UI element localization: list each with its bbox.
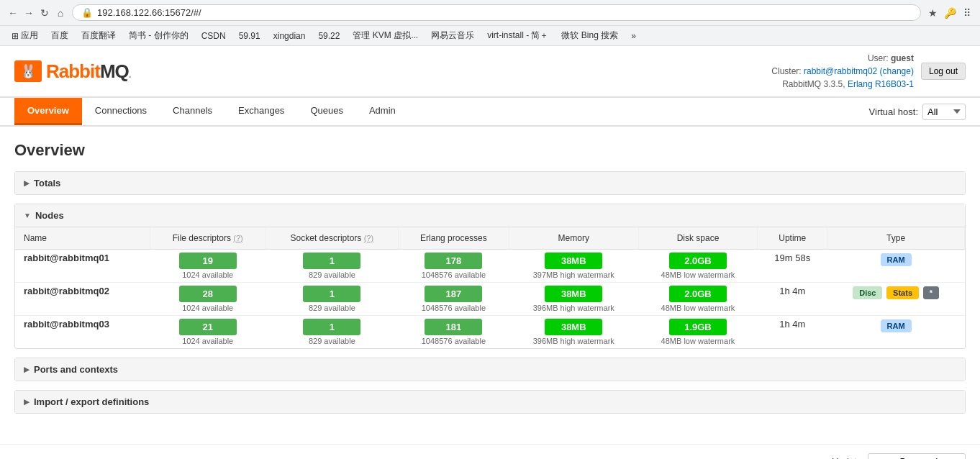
node-memory-1: 38MB 397MB high watermark	[509, 250, 638, 283]
node-name-2: rabbit@rabbitmq02	[15, 283, 150, 316]
ram-badge-3[interactable]: RAM	[881, 319, 912, 332]
bookmark-star-button[interactable]: ★	[927, 7, 938, 19]
bookmark-apps[interactable]: ⊞ 应用	[7, 28, 42, 43]
bookmark-bing[interactable]: 微软 Bing 搜索	[557, 28, 622, 43]
file-desc-help[interactable]: (?)	[233, 234, 242, 242]
nodes-table: Name File descriptors (?) Socket descrip…	[15, 227, 965, 348]
section-import-export: ▶ Import / export definitions	[14, 390, 966, 414]
reload-button[interactable]: ↻	[39, 7, 50, 19]
node-file-desc-2: 28 1024 available	[150, 283, 266, 316]
chrome-menu-button[interactable]: ⠿	[961, 7, 973, 19]
ram-badge-1[interactable]: RAM	[881, 253, 912, 266]
address-text: 192.168.122.66:15672/#/	[97, 7, 201, 18]
username: guest	[891, 53, 914, 63]
back-button[interactable]: ←	[7, 7, 19, 19]
import-export-label: Import / export definitions	[34, 396, 149, 407]
col-disk: Disk space	[638, 227, 758, 250]
update-select[interactable]: every 5 seconds every 10 seconds every 3…	[868, 453, 966, 459]
browser-actions: ★ 🔑 ⠿	[927, 7, 973, 19]
tab-admin[interactable]: Admin	[356, 98, 409, 125]
nodes-header[interactable]: ▼ Nodes	[15, 204, 965, 227]
app-header: 🐰 RabbitMQ. User: guest Cluster: rabbit@…	[0, 46, 980, 98]
socket-desc-help[interactable]: (?)	[364, 234, 373, 242]
ports-chevron: ▶	[24, 365, 30, 373]
lock-icon: 🔒	[81, 7, 93, 18]
nodes-chevron: ▼	[24, 212, 31, 219]
node-name-3: rabbit@rabbitmq03	[15, 316, 150, 349]
tab-connections[interactable]: Connections	[82, 98, 160, 125]
col-file-desc: File descriptors (?)	[150, 227, 266, 250]
browser-controls: ← → ↻ ⌂	[7, 7, 66, 19]
extensions-button[interactable]: 🔑	[944, 7, 956, 19]
bookmark-fanyi[interactable]: 百度翻译	[77, 28, 120, 43]
tab-channels[interactable]: Channels	[160, 98, 225, 125]
tab-exchanges[interactable]: Exchanges	[225, 98, 297, 125]
page-title: Overview	[14, 141, 966, 160]
logout-button[interactable]: Log out	[921, 63, 966, 80]
cluster-link[interactable]: rabbit@rabbitmq02	[804, 66, 877, 76]
disc-badge-2[interactable]: Disc	[853, 286, 882, 299]
update-wrap: Update every 5 seconds every 10 seconds …	[832, 453, 966, 459]
browser-bar: ← → ↻ ⌂ 🔒 192.168.122.66:15672/#/ ★ 🔑 ⠿	[0, 0, 980, 26]
bookmark-csdn[interactable]: CSDN	[197, 29, 230, 42]
bookmark-jianshu[interactable]: 简书 - 创作你的	[124, 28, 193, 43]
star-badge-2[interactable]: *	[923, 286, 939, 299]
section-nodes: ▼ Nodes Name File descriptors (?) Socket…	[14, 204, 966, 349]
col-memory: Memory	[509, 227, 638, 250]
address-bar[interactable]: 🔒 192.168.122.66:15672/#/	[72, 4, 921, 21]
node-uptime-1: 19m 58s	[758, 250, 827, 283]
right-footer: Update every 5 seconds every 10 seconds …	[832, 453, 966, 459]
user-info: User: guest Cluster: rabbit@rabbitmq02 (…	[771, 52, 914, 91]
totals-label: Totals	[34, 178, 60, 188]
nav-bar: Overview Connections Channels Exchanges …	[0, 98, 980, 127]
col-type: Type	[827, 227, 965, 250]
node-type-2: Disc Stats *	[827, 283, 965, 316]
node-disk-2: 2.0GB 48MB low watermark	[638, 283, 758, 316]
totals-chevron: ▶	[24, 179, 30, 187]
bookmark-5991[interactable]: 59.91	[235, 29, 265, 42]
node-type-1: RAM	[827, 250, 965, 283]
ports-header[interactable]: ▶ Ports and contexts	[15, 358, 965, 381]
nodes-label: Nodes	[35, 210, 64, 221]
tab-queues[interactable]: Queues	[297, 98, 356, 125]
col-socket-desc: Socket descriptors (?)	[266, 227, 398, 250]
change-link[interactable]: (change)	[880, 66, 914, 76]
update-label: Update	[832, 456, 862, 459]
node-memory-2: 38MB 396MB high watermark	[509, 283, 638, 316]
bookmark-xingdian[interactable]: xingdian	[269, 29, 310, 42]
home-button[interactable]: ⌂	[55, 7, 66, 19]
header-right: User: guest Cluster: rabbit@rabbitmq02 (…	[771, 52, 966, 91]
table-row: rabbit@rabbitmq02 28 1024 available 1 82…	[15, 283, 965, 316]
stats-badge-2[interactable]: Stats	[886, 286, 919, 299]
tab-overview[interactable]: Overview	[14, 98, 82, 125]
user-label: User:	[868, 53, 889, 63]
bookmark-baidu[interactable]: 百度	[47, 28, 73, 43]
nodes-content: Name File descriptors (?) Socket descrip…	[15, 227, 965, 348]
node-uptime-3: 1h 4m	[758, 316, 827, 349]
node-erlang-1: 178 1048576 available	[398, 250, 509, 283]
node-name-1: rabbit@rabbitmq01	[15, 250, 150, 283]
node-file-desc-1: 19 1024 available	[150, 250, 266, 283]
node-erlang-2: 187 1048576 available	[398, 283, 509, 316]
node-disk-3: 1.9GB 48MB low watermark	[638, 316, 758, 349]
bookmark-5922[interactable]: 59.22	[314, 29, 344, 42]
logo-icon: 🐰	[14, 60, 42, 82]
node-uptime-2: 1h 4m	[758, 283, 827, 316]
erlang-link[interactable]: Erlang R16B03-1	[848, 79, 914, 89]
node-memory-3: 38MB 396MB high watermark	[509, 316, 638, 349]
bookmark-more[interactable]: »	[627, 29, 640, 42]
col-erlang: Erlang processes	[398, 227, 509, 250]
content: Overview ▶ Totals ▼ Nodes Name File desc…	[0, 127, 980, 437]
footer: HTTP API Command Line Update every 5 sec…	[0, 444, 980, 459]
apps-icon: ⊞	[12, 31, 19, 41]
logo-text: RabbitMQ.	[46, 60, 131, 83]
node-file-desc-3: 21 1024 available	[150, 316, 266, 349]
bookmark-kvm[interactable]: 管理 KVM 虚拟...	[348, 28, 422, 43]
forward-button[interactable]: →	[23, 7, 35, 19]
totals-header[interactable]: ▶ Totals	[15, 172, 965, 194]
bookmark-netease[interactable]: 网易云音乐	[427, 28, 478, 43]
bookmark-virt[interactable]: virt-install - 简＋	[483, 28, 553, 43]
import-export-header[interactable]: ▶ Import / export definitions	[15, 391, 965, 413]
vhost-select[interactable]: All / test	[922, 104, 966, 120]
col-name: Name	[15, 227, 150, 250]
